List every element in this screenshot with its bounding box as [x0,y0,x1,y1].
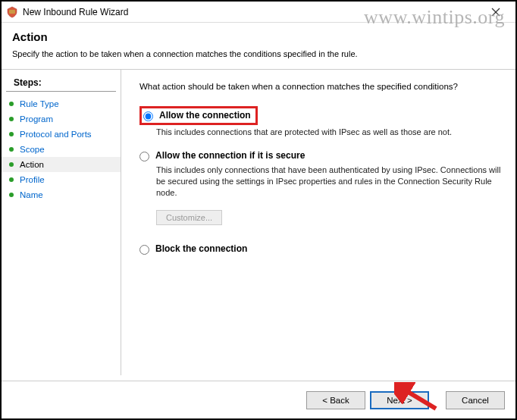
radio-allow-secure-label: Allow the connection if it is secure [155,150,305,161]
close-icon [491,8,500,17]
bullet-icon [9,147,14,152]
step-rule-type[interactable]: Rule Type [2,96,121,111]
titlebar: New Inbound Rule Wizard [2,2,515,23]
step-label: Protocol and Ports [20,130,92,139]
radio-block-label: Block the connection [155,243,247,254]
bullet-icon [9,162,14,167]
cancel-button[interactable]: Cancel [446,391,505,409]
bullet-icon [9,177,14,182]
radio-allow-desc: This includes connections that are prote… [156,127,502,138]
step-profile[interactable]: Profile [2,172,121,187]
bullet-icon [9,193,14,197]
step-action[interactable]: Action [2,157,121,172]
content-prompt: What action should be taken when a conne… [139,82,502,91]
wizard-header: Action Specify the action to be taken wh… [2,23,515,69]
app-icon [6,6,18,18]
steps-sidebar: Steps: Rule Type Program Protocol and Po… [2,70,121,375]
bullet-icon [9,132,14,136]
step-program[interactable]: Program [2,111,121,127]
radio-allow[interactable] [143,111,153,121]
radio-allow-label: Allow the connection [159,110,251,121]
customize-button: Customize... [156,210,222,225]
close-button[interactable] [481,2,511,23]
radio-allow-secure[interactable] [139,152,149,161]
bullet-icon [9,102,14,106]
window-title: New Inbound Rule Wizard [23,7,481,17]
step-protocol-ports[interactable]: Protocol and Ports [2,127,121,142]
page-heading: Action [12,30,505,43]
radio-block[interactable] [139,245,149,255]
wizard-content: What action should be taken when a conne… [121,70,515,375]
wizard-footer: < Back Next > Cancel [2,381,515,418]
bullet-icon [9,117,14,121]
highlight-allow-connection: Allow the connection [139,106,258,125]
back-button[interactable]: < Back [306,391,365,409]
step-label: Action [20,160,44,169]
step-name[interactable]: Name [2,187,121,202]
radio-allow-secure-desc: This includes only connections that have… [156,165,502,199]
svg-rect-0 [9,10,15,14]
next-button[interactable]: Next > [370,391,429,409]
step-label: Name [20,190,43,199]
step-label: Rule Type [20,99,59,108]
steps-title: Steps: [6,76,116,92]
step-label: Scope [20,145,45,154]
page-description: Specify the action to be taken when a co… [12,49,505,58]
step-label: Program [20,114,53,124]
step-scope[interactable]: Scope [2,142,121,157]
step-label: Profile [20,175,45,184]
